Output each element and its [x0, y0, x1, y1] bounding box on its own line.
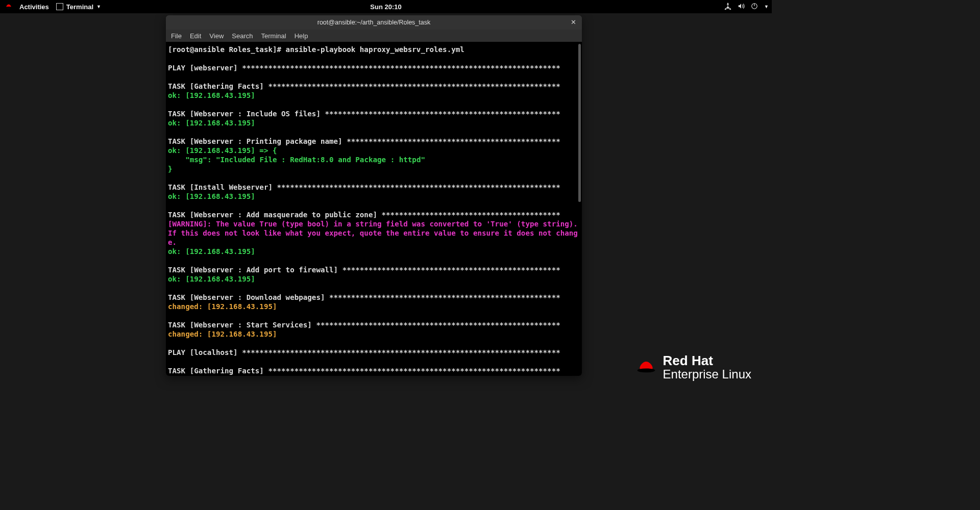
- menu-edit[interactable]: Edit: [190, 32, 201, 40]
- volume-icon: [738, 3, 745, 11]
- output-line: ok: [192.168.43.195]: [168, 91, 580, 100]
- output-line: ok: [192.168.43.195]: [168, 192, 580, 201]
- brand-line2: Enterprise Linux: [663, 368, 751, 380]
- output-line: TASK [Gathering Facts] *****************…: [168, 82, 580, 91]
- output-line: TASK [Webserver : Add port to firewall] …: [168, 265, 580, 274]
- menu-help[interactable]: Help: [295, 32, 308, 40]
- redhat-hat-icon: [636, 360, 656, 375]
- svg-point-0: [6, 6, 12, 8]
- menu-search[interactable]: Search: [232, 32, 253, 40]
- terminal-menubar: File Edit View Search Terminal Help: [166, 30, 582, 42]
- network-icon: [724, 3, 731, 11]
- redhat-icon: [5, 3, 12, 11]
- window-titlebar[interactable]: root@ansible:~/arth_ansible/Roles_task ✕: [166, 15, 582, 30]
- output-line: TASK [Webserver : Include OS files] ****…: [168, 109, 580, 118]
- output-line: ok: [192.168.43.195]: [168, 118, 580, 128]
- terminal-output[interactable]: [root@ansible Roles_task]# ansible-playb…: [166, 42, 582, 376]
- output-line: }: [168, 164, 580, 173]
- output-line: ok: [192.168.43.195]: [168, 274, 580, 284]
- clock[interactable]: Sun 20:10: [370, 3, 401, 11]
- output-line: "msg": "Included File : RedHat:8.0 and P…: [168, 155, 580, 164]
- brand-line1: Red Hat: [663, 354, 751, 368]
- output-line: ok: [192.168.43.195] => {: [168, 146, 580, 155]
- app-menu[interactable]: Terminal ▼: [56, 3, 101, 11]
- chevron-down-icon: ▼: [96, 4, 101, 9]
- activities-button[interactable]: Activities: [19, 3, 49, 11]
- terminal-window: root@ansible:~/arth_ansible/Roles_task ✕…: [166, 15, 582, 376]
- output-line: TASK [Webserver : Download webpages] ***…: [168, 293, 580, 302]
- menu-file[interactable]: File: [171, 32, 182, 40]
- output-line: changed: [192.168.43.195]: [168, 329, 580, 339]
- window-title: root@ansible:~/arth_ansible/Roles_task: [317, 19, 431, 26]
- scrollbar[interactable]: [578, 44, 581, 202]
- output-warning: [WARNING]: The value True (type bool) in…: [168, 219, 580, 247]
- output-line: TASK [Gathering Facts] *****************…: [168, 366, 580, 375]
- close-button[interactable]: ✕: [569, 17, 578, 27]
- status-area[interactable]: ▼: [724, 3, 769, 11]
- output-line: TASK [Webserver : Add masquerade to publ…: [168, 210, 580, 219]
- app-menu-label: Terminal: [66, 3, 93, 11]
- output-line: [root@ansible Roles_task]# ansible-playb…: [168, 45, 580, 54]
- power-icon: [751, 3, 758, 11]
- output-line: PLAY [webserver] ***********************…: [168, 63, 580, 72]
- chevron-down-icon: ▼: [764, 4, 769, 9]
- gnome-topbar: Activities Terminal ▼ Sun 20:10 ▼: [0, 0, 772, 13]
- output-line: TASK [Install Webserver] ***************…: [168, 183, 580, 192]
- output-line: ok: [192.168.43.195]: [168, 247, 580, 256]
- terminal-app-icon: [56, 3, 63, 10]
- output-line: changed: [192.168.43.195]: [168, 302, 580, 311]
- output-line: TASK [Webserver : Printing package name]…: [168, 137, 580, 146]
- menu-terminal[interactable]: Terminal: [261, 32, 286, 40]
- redhat-brand-logo: Red Hat Enterprise Linux: [636, 354, 751, 380]
- menu-view[interactable]: View: [209, 32, 224, 40]
- output-line: PLAY [localhost] ***********************…: [168, 348, 580, 357]
- svg-point-2: [637, 368, 655, 372]
- output-line: TASK [Webserver : Start Services] ******…: [168, 320, 580, 329]
